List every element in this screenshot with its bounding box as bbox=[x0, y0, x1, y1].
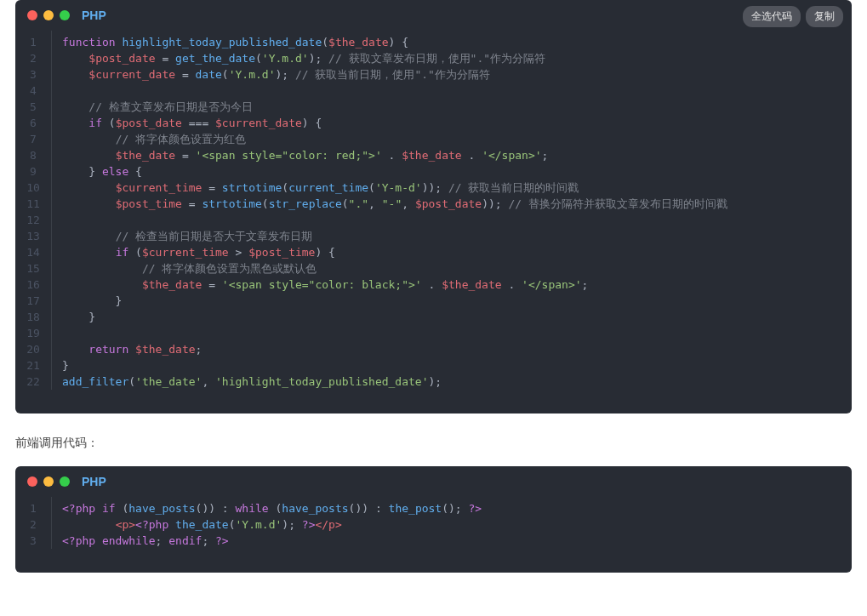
code-line: // 检查文章发布日期是否为今日 bbox=[62, 99, 852, 115]
line-number: 11 bbox=[15, 196, 51, 212]
line-number: 2 bbox=[15, 50, 51, 66]
code-line: } bbox=[62, 293, 852, 309]
line-number: 21 bbox=[15, 357, 51, 374]
code-block-2: PHP 123 <?php if (have_posts()) : while … bbox=[15, 466, 852, 573]
line-number: 1 bbox=[15, 34, 51, 50]
line-number: 12 bbox=[15, 212, 51, 228]
line-number: 3 bbox=[15, 533, 51, 549]
code-line: $the_date = '<span style="color: red;">'… bbox=[62, 147, 852, 163]
dot-green-icon bbox=[60, 476, 70, 487]
code-line: <?php if (have_posts()) : while (have_po… bbox=[62, 500, 852, 516]
code-block-1: PHP 全选代码 复制 1234567891011121314151617181… bbox=[15, 0, 852, 414]
line-number: 3 bbox=[15, 66, 51, 83]
code-header: PHP bbox=[15, 466, 852, 497]
line-number: 14 bbox=[15, 244, 51, 260]
code-line: } bbox=[62, 309, 852, 325]
line-number: 4 bbox=[15, 83, 51, 99]
code-body: 12345678910111213141516171819202122 func… bbox=[15, 31, 852, 414]
line-number: 8 bbox=[15, 147, 51, 163]
line-number: 9 bbox=[15, 163, 51, 180]
line-number: 16 bbox=[15, 277, 51, 293]
line-number: 19 bbox=[15, 325, 51, 341]
window-dots bbox=[27, 10, 70, 20]
code-line bbox=[62, 325, 852, 341]
line-number: 5 bbox=[15, 99, 51, 115]
code-line: $current_time = strtotime(current_time('… bbox=[62, 180, 852, 196]
code-body: 123 <?php if (have_posts()) : while (hav… bbox=[15, 497, 852, 573]
line-number: 13 bbox=[15, 228, 51, 244]
line-number: 20 bbox=[15, 341, 51, 357]
dot-orange-icon bbox=[43, 10, 54, 20]
line-number: 6 bbox=[15, 115, 51, 131]
code-line: add_filter('the_date', 'highlight_today_… bbox=[62, 374, 852, 390]
code-line: $post_time = strtotime(str_replace(".", … bbox=[62, 196, 852, 212]
line-number: 17 bbox=[15, 293, 51, 309]
code-line: // 将字体颜色设置为红色 bbox=[62, 131, 852, 147]
code-line bbox=[62, 83, 852, 99]
dot-orange-icon bbox=[43, 476, 54, 487]
code-line: <?php endwhile; endif; ?> bbox=[62, 533, 852, 549]
code-line: } else { bbox=[62, 163, 852, 180]
copy-button[interactable]: 复制 bbox=[806, 6, 843, 27]
window-dots bbox=[27, 476, 70, 487]
dot-red-icon bbox=[27, 10, 37, 20]
dot-green-icon bbox=[60, 10, 70, 20]
code-line: $post_date = get_the_date('Y.m.d'); // 获… bbox=[62, 50, 852, 66]
line-number: 22 bbox=[15, 374, 51, 390]
line-gutter: 12345678910111213141516171819202122 bbox=[15, 31, 51, 390]
code-line: $the_date = '<span style="color: black;"… bbox=[62, 277, 852, 293]
code-header: PHP 全选代码 复制 bbox=[15, 0, 852, 31]
line-number: 18 bbox=[15, 309, 51, 325]
line-number: 10 bbox=[15, 180, 51, 196]
dot-red-icon bbox=[27, 476, 37, 487]
code-line: function highlight_today_published_date(… bbox=[62, 34, 852, 50]
code-line bbox=[62, 212, 852, 228]
line-number: 15 bbox=[15, 260, 51, 277]
code-line: } bbox=[62, 357, 852, 374]
code-line: if ($post_date === $current_date) { bbox=[62, 115, 852, 131]
code-line: // 检查当前日期是否大于文章发布日期 bbox=[62, 228, 852, 244]
line-gutter: 123 bbox=[15, 497, 51, 549]
code-line: return $the_date; bbox=[62, 341, 852, 357]
language-label: PHP bbox=[82, 475, 106, 488]
language-label: PHP bbox=[82, 9, 106, 22]
line-number: 7 bbox=[15, 131, 51, 147]
select-all-button[interactable]: 全选代码 bbox=[743, 6, 801, 27]
intertext: 前端调用代码： bbox=[15, 436, 852, 451]
line-number: 2 bbox=[15, 516, 51, 533]
code-line: <p><?php the_date('Y.m.d'); ?></p> bbox=[62, 516, 852, 533]
code-line: if ($current_time > $post_time) { bbox=[62, 244, 852, 260]
code-content[interactable]: function highlight_today_published_date(… bbox=[51, 31, 852, 390]
code-line: $current_date = date('Y.m.d'); // 获取当前日期… bbox=[62, 66, 852, 83]
line-number: 1 bbox=[15, 500, 51, 516]
code-content[interactable]: <?php if (have_posts()) : while (have_po… bbox=[51, 497, 852, 549]
header-buttons: 全选代码 复制 bbox=[743, 6, 843, 27]
code-line: // 将字体颜色设置为黑色或默认色 bbox=[62, 260, 852, 277]
